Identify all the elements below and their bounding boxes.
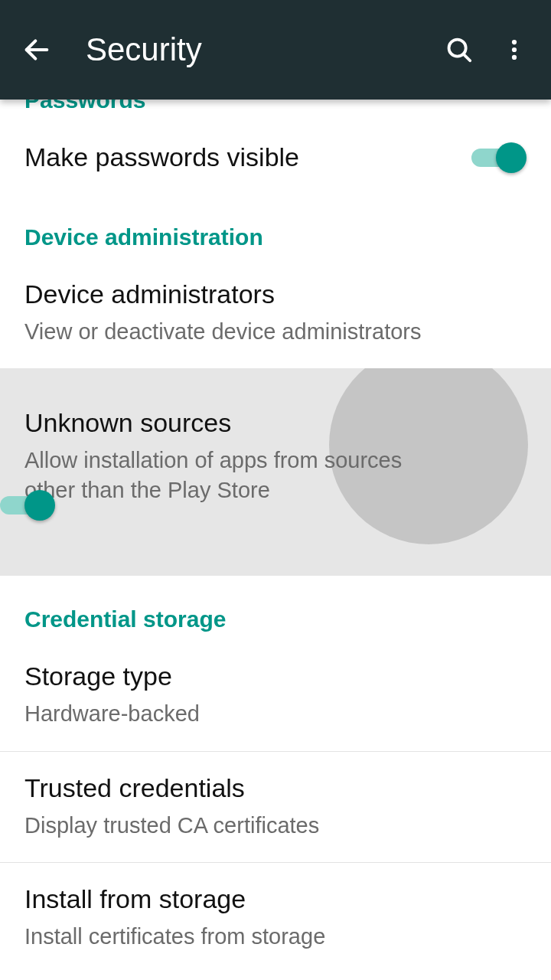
app-bar: Security [0, 0, 551, 100]
page-title: Security [86, 31, 422, 68]
row-title: Install from storage [24, 884, 527, 914]
search-icon [445, 35, 474, 64]
svg-point-5 [512, 55, 517, 60]
row-device-administrators[interactable]: Device administrators View or deactivate… [0, 258, 551, 368]
toggle-thumb [24, 490, 55, 521]
row-make-passwords-visible[interactable]: Make passwords visible [0, 121, 551, 194]
row-subtitle: View or deactivate device administrators [24, 317, 438, 347]
svg-line-2 [464, 54, 471, 61]
row-storage-type[interactable]: Storage type Hardware-backed [0, 640, 551, 750]
row-title: Device administrators [24, 279, 527, 309]
row-subtitle: Allow installation of apps from sources … [24, 446, 438, 505]
section-header-credential-storage: Credential storage [0, 576, 551, 640]
settings-list: Passwords Make passwords visible Device … [0, 87, 551, 973]
section-header-device-admin: Device administration [0, 194, 551, 258]
back-button[interactable] [18, 31, 55, 68]
row-title: Make passwords visible [24, 142, 422, 172]
toggle-make-passwords-visible[interactable] [471, 142, 527, 173]
row-install-from-storage[interactable]: Install from storage Install certificate… [0, 863, 551, 973]
row-trusted-credentials[interactable]: Trusted credentials Display trusted CA c… [0, 752, 551, 862]
row-unknown-sources[interactable]: Unknown sources Allow installation of ap… [0, 368, 551, 576]
row-subtitle: Hardware-backed [24, 699, 438, 729]
row-title: Trusted credentials [24, 773, 527, 803]
row-title: Unknown sources [24, 408, 422, 438]
toggle-unknown-sources[interactable] [0, 490, 55, 521]
row-subtitle: Install certificates from storage [24, 922, 438, 952]
more-vert-icon [501, 37, 527, 63]
search-button[interactable] [441, 31, 478, 68]
row-title: Storage type [24, 662, 527, 691]
svg-point-3 [512, 40, 517, 44]
arrow-back-icon [21, 34, 52, 65]
toggle-thumb [496, 142, 527, 173]
overflow-menu-button[interactable] [496, 31, 533, 68]
svg-point-4 [512, 47, 517, 52]
row-subtitle: Display trusted CA certificates [24, 811, 438, 841]
